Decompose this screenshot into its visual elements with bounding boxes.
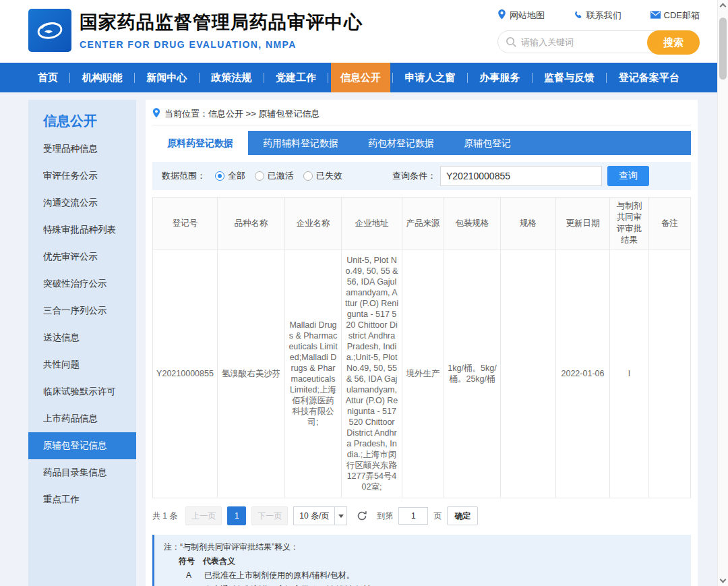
mail-icon — [650, 11, 661, 21]
nav-item-info-disclosure[interactable]: 信息公开 — [331, 63, 390, 92]
main-area: 信息公开 受理品种信息 审评任务公示 沟通交流公示 特殊审批品种列表 优先审评公… — [0, 92, 717, 586]
cell-update-date: 2022-01-06 — [556, 250, 610, 498]
mail-link[interactable]: CDE邮箱 — [650, 9, 700, 22]
site-subtitle: CENTER FOR DRUG EVALUATION, NMPA — [80, 39, 363, 50]
sidebar-item-breakthrough-therapy[interactable]: 突破性治疗公示 — [28, 270, 136, 297]
col-product-source: 产品来源 — [402, 198, 444, 250]
map-pin-icon — [497, 9, 506, 22]
cell-variety-name: 氢溴酸右美沙芬 — [218, 250, 285, 498]
col-remarks: 备注 — [649, 198, 691, 250]
nav-item-applicant[interactable]: 申请人之窗 — [396, 63, 465, 92]
sidebar-item-three-in-one[interactable]: 三合一序列公示 — [28, 297, 136, 324]
sidebar-item-marketed-drugs[interactable]: 上市药品信息 — [28, 405, 136, 432]
query-button[interactable]: 查询 — [607, 166, 649, 186]
radio-expired-circle[interactable] — [303, 171, 313, 181]
next-page-button[interactable]: 下一页 — [251, 506, 288, 525]
page-size-select[interactable]: 10 条/页 — [293, 506, 347, 525]
site-search-bar: 搜索 — [497, 30, 700, 53]
prev-page-button[interactable]: 上一页 — [185, 506, 222, 525]
site-search-input[interactable] — [521, 37, 645, 47]
site-title: 国家药品监督管理局药品审评中心 — [80, 10, 363, 34]
nav-item-news[interactable]: 新闻中心 — [138, 63, 197, 92]
col-spec: 规格 — [501, 198, 556, 250]
nav-list: 首页 机构职能 新闻中心 政策法规 党建工作 信息公开 申请人之窗 办事服务 监… — [28, 63, 689, 92]
content-panel: 当前位置：信息公开 >> 原辅包登记信息 原料药登记数据 药用辅料登记数据 药包… — [146, 100, 698, 586]
sidebar-item-review-tasks[interactable]: 审评任务公示 — [28, 163, 136, 189]
vertical-scrollbar[interactable] — [717, 0, 728, 586]
nav-separator — [467, 73, 468, 83]
radio-all-circle[interactable] — [215, 171, 224, 181]
nav-item-policy[interactable]: 政策法规 — [202, 63, 261, 92]
main-nav: 首页 机构职能 新闻中心 政策法规 党建工作 信息公开 申请人之窗 办事服务 监… — [0, 63, 717, 92]
sidebar-item-communication[interactable]: 沟通交流公示 — [28, 189, 136, 216]
query-label: 查询条件： — [392, 170, 436, 182]
sitemap-link[interactable]: 网站地图 — [497, 9, 545, 22]
col-registration-no: 登记号 — [153, 198, 218, 250]
sidebar-item-clinical-trial-license[interactable]: 临床试验默示许可 — [28, 378, 136, 405]
sidebar: 信息公开 受理品种信息 审评任务公示 沟通交流公示 特殊审批品种列表 优先审评公… — [28, 100, 136, 586]
nav-item-supervision[interactable]: 监督与反馈 — [535, 63, 604, 92]
cell-joint-review-result: I — [610, 250, 649, 498]
radio-all[interactable]: 全部 — [215, 170, 245, 182]
sidebar-item-accepted-varieties[interactable]: 受理品种信息 — [28, 136, 136, 163]
scrollbar-thumb[interactable] — [719, 18, 727, 80]
nav-item-functions[interactable]: 机构职能 — [73, 63, 132, 92]
nav-separator — [69, 73, 70, 83]
radio-expired[interactable]: 已失效 — [303, 170, 342, 182]
confirm-button[interactable]: 确定 — [447, 506, 478, 525]
scroll-down-icon[interactable] — [720, 577, 727, 583]
sidebar-item-raw-material-registration[interactable]: 原辅包登记信息 — [28, 432, 136, 459]
nav-separator — [532, 73, 533, 83]
col-update-date: 更新日期 — [556, 198, 610, 250]
scope-label: 数据范围： — [162, 170, 206, 182]
nav-item-services[interactable]: 办事服务 — [470, 63, 529, 92]
query-input[interactable] — [440, 166, 602, 186]
cell-registration-no: Y20210000855 — [153, 250, 218, 498]
tab-packaging-registration[interactable]: 药包材登记数据 — [353, 131, 449, 155]
breadcrumb-text: 当前位置：信息公开 >> 原辅包登记信息 — [164, 108, 320, 120]
tab-api-registration[interactable]: 原料药登记数据 — [152, 131, 248, 155]
site-search-button[interactable]: 搜索 — [647, 30, 700, 55]
chevron-down-icon — [334, 507, 346, 525]
col-packaging-spec: 包装规格 — [444, 198, 501, 250]
col-company-address: 企业地址 — [342, 198, 402, 250]
sidebar-item-key-work[interactable]: 重点工作 — [28, 486, 136, 513]
footnote-title: 注：“与制剂共同审评审批结果”释义： — [164, 541, 681, 553]
quick-links: 网站地图 联系我们 CDE邮箱 — [497, 9, 700, 22]
tab-excipient-registration[interactable]: 药用辅料登记数据 — [248, 131, 353, 155]
nav-separator — [392, 73, 393, 83]
cell-packaging-spec: 1kg/桶。5kg/桶。25kg/桶 — [444, 250, 501, 498]
cell-product-source: 境外生产 — [402, 250, 444, 498]
nav-item-party[interactable]: 党建工作 — [266, 63, 326, 92]
nav-item-registration-platform[interactable]: 登记备案平台 — [609, 63, 689, 92]
sidebar-item-drug-catalog[interactable]: 药品目录集信息 — [28, 459, 136, 486]
swan-logo-icon — [32, 11, 67, 49]
radio-activated[interactable]: 已激活 — [255, 170, 294, 182]
page-size-value: 10 条/页 — [299, 510, 329, 522]
scroll-up-icon[interactable] — [720, 3, 727, 10]
table-header-row: 登记号 品种名称 企业名称 企业地址 产品来源 包装规格 规格 更新日期 与制剂… — [153, 198, 691, 250]
table-row: Y20210000855 氢溴酸右美沙芬 Malladi Drugs & Pha… — [153, 250, 691, 498]
page-number-1[interactable]: 1 — [227, 506, 246, 525]
radio-activated-circle[interactable] — [255, 171, 264, 181]
page: 国家药品监督管理局药品审评中心 CENTER FOR DRUG EVALUATI… — [0, 0, 717, 586]
footnote-item-a: A 已批准在上市制剂使用的原料/辅料/包材。 — [164, 569, 681, 581]
cell-company-address: Unit-5, Plot No.49, 50, 55 & 56, IDA Gaj… — [342, 250, 402, 498]
sidebar-item-common-issues[interactable]: 共性问题 — [28, 351, 136, 378]
col-joint-review-result: 与制剂共同审评审批结果 — [610, 198, 649, 250]
goto-unit: 页 — [433, 510, 442, 522]
nav-separator — [134, 73, 135, 83]
cell-company-name: Malladi Drugs & Pharmaceuticals Limited;… — [285, 250, 342, 498]
site-title-block: 国家药品监督管理局药品审评中心 CENTER FOR DRUG EVALUATI… — [80, 10, 363, 50]
tab-raw-material-registration[interactable]: 原辅包登记 — [449, 131, 526, 155]
header-right: 网站地图 联系我们 CDE邮箱 — [497, 9, 700, 53]
col-company-name: 企业名称 — [285, 198, 342, 250]
sidebar-item-special-approval[interactable]: 特殊审批品种列表 — [28, 216, 136, 243]
refresh-icon[interactable] — [357, 510, 367, 521]
nav-item-home[interactable]: 首页 — [28, 63, 67, 92]
contact-link[interactable]: 联系我们 — [574, 9, 621, 22]
goto-page-input[interactable] — [398, 507, 428, 525]
cell-remarks — [649, 250, 691, 498]
sidebar-item-delivery-info[interactable]: 送达信息 — [28, 324, 136, 351]
sidebar-item-priority-review[interactable]: 优先审评公示 — [28, 243, 136, 270]
